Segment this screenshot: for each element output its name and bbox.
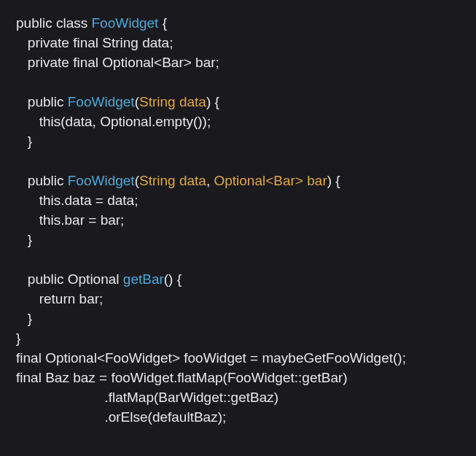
token-keyword: public [28, 173, 68, 188]
token-keyword: return [39, 291, 79, 306]
token-plain: Baz baz = fooWidget.flatMap(FooWidget::g… [45, 370, 348, 385]
code-line: this.data = data; [16, 193, 138, 208]
token-plain: Optional [68, 271, 123, 287]
token-keyword: this [39, 212, 61, 228]
token-param: String data [139, 94, 206, 109]
token-keyword: this [39, 193, 61, 208]
token-type: FooWidget [92, 15, 159, 31]
token-plain: } [28, 232, 32, 247]
token-plain: .orElse(defaultBaz); [104, 409, 226, 425]
code-line: } [16, 311, 32, 326]
token-plain: } [28, 311, 32, 326]
code-line: final Optional<FooWidget> fooWidget = ma… [16, 350, 406, 366]
code-line: private final Optional<Bar> bar; [16, 55, 219, 70]
token-keyword: private final [28, 55, 102, 70]
token-type: FooWidget [68, 94, 135, 109]
token-plain: bar; [79, 291, 104, 306]
code-line: final Baz baz = fooWidget.flatMap(FooWid… [16, 370, 348, 385]
code-line: public FooWidget(String data, Optional<B… [16, 173, 340, 188]
token-plain: ) { [327, 173, 340, 188]
code-line: this.bar = bar; [16, 212, 124, 228]
code-line: private final String data; [16, 35, 173, 50]
token-plain: String data; [102, 35, 173, 50]
token-plain: .bar = bar; [61, 212, 124, 228]
code-line: return bar; [16, 291, 103, 306]
token-keyword: public class [16, 15, 92, 31]
code-line: public class FooWidget { [16, 15, 167, 31]
code-line: } [16, 232, 32, 247]
token-method: getBar [123, 271, 164, 287]
code-block: public class FooWidget { private final S… [0, 0, 476, 427]
token-keyword: private final [28, 35, 102, 50]
code-line: public Optional getBar() { [16, 271, 182, 287]
token-keyword: public [28, 271, 68, 287]
token-plain: } [28, 134, 32, 149]
token-plain: , [206, 173, 214, 188]
token-keyword: public [28, 94, 68, 109]
token-plain: .data = data; [61, 193, 138, 208]
code-line: this(data, Optional.empty()); [16, 114, 211, 129]
code-line: .orElse(defaultBaz); [16, 409, 226, 425]
token-keyword: final [16, 370, 45, 385]
token-keyword: final [16, 350, 45, 366]
token-plain: .flatMap(BarWidget::getBaz) [104, 390, 278, 405]
token-plain: (data, Optional.empty()); [61, 114, 211, 129]
token-plain: } [16, 331, 20, 346]
code-line: } [16, 331, 20, 346]
code-line: .flatMap(BarWidget::getBaz) [16, 390, 278, 405]
token-param: Optional<Bar> bar [214, 173, 327, 188]
token-type: FooWidget [68, 173, 135, 188]
token-plain: () { [164, 271, 182, 287]
code-line: public FooWidget(String data) { [16, 94, 219, 109]
token-plain: ) { [206, 94, 219, 109]
token-param: String data [139, 173, 206, 188]
code-line: } [16, 134, 32, 149]
token-plain: Optional<FooWidget> fooWidget = maybeGet… [45, 350, 406, 366]
token-plain: { [158, 15, 167, 31]
token-keyword: this [39, 114, 61, 129]
token-plain: Optional<Bar> bar; [102, 55, 219, 70]
